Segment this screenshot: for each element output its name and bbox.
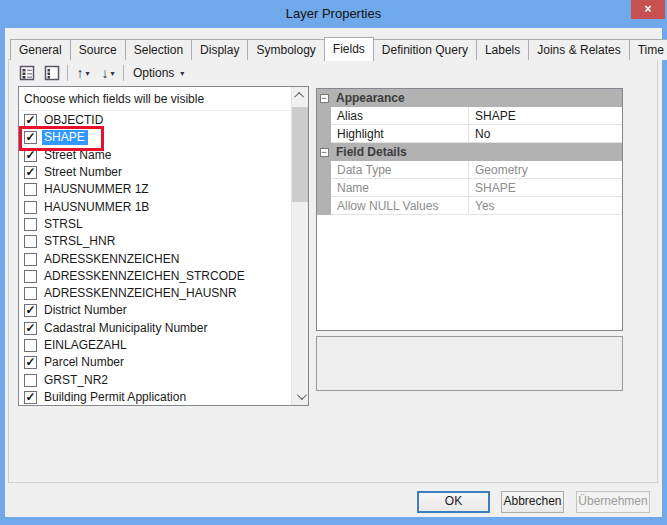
field-row[interactable]: STRSL xyxy=(19,216,291,233)
dialog-body: General Source Selection Display Symbolo… xyxy=(5,28,662,517)
field-row[interactable]: STRSL_HNR xyxy=(19,233,291,250)
field-checkbox[interactable] xyxy=(24,374,37,387)
grid-indent-strip xyxy=(317,125,331,143)
options-menu-button[interactable]: Options ▾ xyxy=(129,63,188,83)
field-checkbox[interactable]: ✓ xyxy=(24,166,37,179)
field-checkbox[interactable] xyxy=(24,339,37,352)
field-row[interactable]: GRST_NR2 xyxy=(19,371,291,388)
tab-display[interactable]: Display xyxy=(191,39,248,60)
field-row[interactable]: ✓Street Number xyxy=(19,164,291,181)
up-arrow-icon: ↑ xyxy=(76,66,83,80)
field-row[interactable]: ADRESSKENNZEICHEN_STRCODE xyxy=(19,268,291,285)
property-row-data-type: Data Type Geometry xyxy=(317,161,622,179)
field-visibility-list: Choose which fields will be visible ✓OBJ… xyxy=(18,86,309,406)
turn-all-fields-off-button[interactable] xyxy=(42,63,62,83)
field-checkbox[interactable] xyxy=(24,287,37,300)
field-checkbox[interactable]: ✓ xyxy=(24,131,37,144)
field-label: ADRESSKENNZEICHEN xyxy=(42,252,182,267)
tab-joins-relates[interactable]: Joins & Relates xyxy=(528,39,629,60)
property-name: Highlight xyxy=(331,125,469,143)
field-row[interactable]: ✓Parcel Number xyxy=(19,354,291,371)
field-checkbox[interactable] xyxy=(24,253,37,266)
property-row-highlight[interactable]: Highlight No xyxy=(317,125,622,143)
field-checkbox[interactable] xyxy=(24,201,37,214)
apply-button[interactable]: Übernehmen xyxy=(576,491,650,513)
field-row[interactable]: EINLAGEZAHL xyxy=(19,337,291,354)
window-title: Layer Properties xyxy=(0,6,667,21)
scroll-up-button[interactable] xyxy=(292,87,308,104)
tab-general[interactable]: General xyxy=(10,39,71,60)
field-checkbox[interactable] xyxy=(24,235,37,248)
property-name: Data Type xyxy=(331,161,469,179)
close-icon: × xyxy=(644,2,651,16)
field-label: Street Number xyxy=(42,165,125,180)
collapse-icon[interactable]: − xyxy=(320,94,329,103)
fields-toolbar: ↑ ▾ ↓ ▾ Options ▾ xyxy=(17,63,188,83)
tab-selection[interactable]: Selection xyxy=(125,39,192,60)
move-field-up-button[interactable]: ↑ ▾ xyxy=(73,63,93,83)
field-label: EINLAGEZAHL xyxy=(42,338,130,353)
field-checkbox[interactable]: ✓ xyxy=(24,114,37,127)
field-row[interactable]: HAUSNUMMER 1B xyxy=(19,198,291,215)
field-row[interactable]: ✓Cadastral Municipality Number xyxy=(19,320,291,337)
field-label: OBJECTID xyxy=(42,113,106,128)
field-row-shape[interactable]: ✓SHAPE xyxy=(19,129,291,146)
empty-list-icon xyxy=(44,65,60,81)
tab-definition-query[interactable]: Definition Query xyxy=(373,39,477,60)
toolbar-separator xyxy=(67,65,68,81)
scroll-down-button[interactable] xyxy=(292,388,308,405)
field-label: Street Name xyxy=(42,148,114,163)
property-value[interactable]: No xyxy=(469,125,622,143)
turn-all-fields-on-button[interactable] xyxy=(17,63,37,83)
field-label: Cadastral Municipality Number xyxy=(42,321,210,336)
field-row[interactable]: HAUSNUMMER 1Z xyxy=(19,181,291,198)
field-checkbox[interactable]: ✓ xyxy=(24,391,37,404)
field-row[interactable]: ADRESSKENNZEICHEN xyxy=(19,250,291,267)
layer-properties-dialog: Layer Properties × General Source Select… xyxy=(0,0,667,525)
field-checkbox[interactable]: ✓ xyxy=(24,322,37,335)
field-checkbox[interactable]: ✓ xyxy=(24,149,37,162)
chevron-down-icon: ▾ xyxy=(180,69,184,78)
field-checkbox[interactable] xyxy=(24,183,37,196)
tab-labels[interactable]: Labels xyxy=(476,39,529,60)
field-label: STRSL xyxy=(42,217,86,232)
scrollbar-thumb[interactable] xyxy=(292,107,308,202)
grid-indent-strip xyxy=(317,161,331,179)
field-label: HAUSNUMMER 1Z xyxy=(42,182,152,197)
tab-strip: General Source Selection Display Symbolo… xyxy=(10,36,667,60)
group-label: Field Details xyxy=(331,143,407,161)
chevron-up-icon xyxy=(294,92,304,102)
group-header-field-details: − Field Details xyxy=(317,143,622,161)
close-button[interactable]: × xyxy=(631,0,665,19)
field-list-scrollbar[interactable] xyxy=(291,87,308,405)
field-checkbox[interactable]: ✓ xyxy=(24,304,37,317)
tab-fields[interactable]: Fields xyxy=(324,37,374,61)
field-label: HAUSNUMMER 1B xyxy=(42,200,152,215)
field-label: Parcel Number xyxy=(42,355,127,370)
field-row[interactable]: ✓OBJECTID xyxy=(19,112,291,129)
tab-time[interactable]: Time xyxy=(629,39,667,60)
grid-indent-strip xyxy=(317,197,331,215)
toolbar-separator xyxy=(123,65,124,81)
collapse-icon[interactable]: − xyxy=(320,148,329,157)
field-row[interactable]: ✓Street Name xyxy=(19,147,291,164)
titlebar[interactable]: Layer Properties × xyxy=(0,0,667,28)
cancel-button[interactable]: Abbrechen xyxy=(501,491,564,513)
field-checkbox[interactable] xyxy=(24,218,37,231)
property-name: Name xyxy=(331,179,469,197)
field-label: ADRESSKENNZEICHEN_STRCODE xyxy=(42,269,248,284)
group-header-appearance: − Appearance xyxy=(317,89,622,107)
field-label: Building Permit Application xyxy=(42,390,189,405)
chevron-down-icon xyxy=(296,390,306,400)
ok-button[interactable]: OK xyxy=(417,491,490,513)
field-checkbox[interactable] xyxy=(24,270,37,283)
tab-source[interactable]: Source xyxy=(70,39,126,60)
field-checkbox[interactable]: ✓ xyxy=(24,356,37,369)
property-row-alias[interactable]: Alias SHAPE xyxy=(317,107,622,125)
field-row[interactable]: ✓District Number xyxy=(19,302,291,319)
tab-symbology[interactable]: Symbology xyxy=(247,39,324,60)
property-value[interactable]: SHAPE xyxy=(469,107,622,125)
move-field-down-button[interactable]: ↓ ▾ xyxy=(98,63,118,83)
field-row[interactable]: ADRESSKENNZEICHEN_HAUSNR xyxy=(19,285,291,302)
field-row-clipped[interactable]: ✓Building Permit Application xyxy=(19,389,291,405)
